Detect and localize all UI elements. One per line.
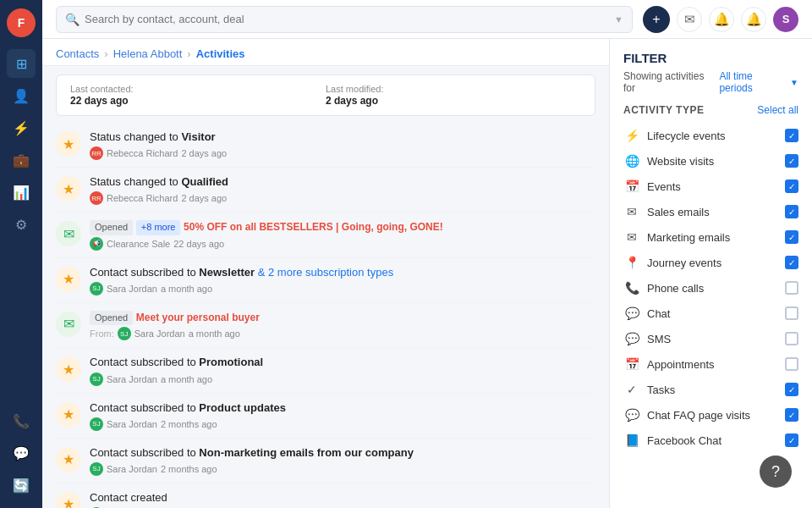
activity-item: ★Status changed to QualifiedRR Rebecca R… xyxy=(56,168,595,213)
topnav-icons: + ✉ 🔔 🔔 S xyxy=(643,6,798,33)
select-all-button[interactable]: Select all xyxy=(757,104,798,116)
filter-item-icon: 📅 xyxy=(623,178,640,195)
activity-badge: Opened xyxy=(90,311,133,325)
activity-body: Status changed to QualifiedRR Rebecca Ri… xyxy=(90,174,595,205)
activity-type-icon: ★ xyxy=(56,356,81,382)
filter-checkbox[interactable]: ✓ xyxy=(785,179,798,193)
filter-item[interactable]: ✉Marketing emails✓ xyxy=(623,224,798,250)
filter-item-icon: ✉ xyxy=(623,229,640,246)
user-avatar-icon: 📢 xyxy=(90,237,103,251)
activity-body: Status changed to VisitorRR Rebecca Rich… xyxy=(90,130,595,160)
filter-section-header: Activity type Select all xyxy=(623,104,798,116)
sidebar-icon-deals[interactable]: 💼 xyxy=(7,146,36,174)
filter-item[interactable]: 💬Chat FAQ page visits✓ xyxy=(623,402,798,428)
email-icon-btn[interactable]: ✉ xyxy=(677,7,702,32)
filter-period-link[interactable]: All time periods xyxy=(719,70,787,94)
filter-item[interactable]: ✓Tasks✓ xyxy=(623,377,798,402)
from-label: From: xyxy=(90,329,114,339)
search-box[interactable]: 🔍 ▼ xyxy=(56,6,633,33)
filter-period-chevron: ▼ xyxy=(790,78,798,87)
filter-item-icon: ✉ xyxy=(623,203,640,220)
add-button[interactable]: + xyxy=(643,6,670,33)
search-input[interactable] xyxy=(85,13,609,25)
notification-icon-btn[interactable]: 🔔 xyxy=(709,7,734,32)
filter-item-label: Facebook Chat xyxy=(647,434,778,447)
activity-body: Contact subscribed to Non-marketing emai… xyxy=(90,445,595,476)
filter-item[interactable]: 📅Events✓ xyxy=(623,174,798,199)
filter-item-label: Appointments xyxy=(647,358,778,371)
activity-subtitle: Clearance Sale xyxy=(107,239,170,249)
summary-card: Last contacted: 22 days ago Last modifie… xyxy=(56,75,595,116)
activities-panel: Contacts › Helena Abbott › Activities La… xyxy=(42,39,609,508)
last-modified-label: Last modified: xyxy=(326,84,581,94)
sidebar-icon-settings[interactable]: ⚙ xyxy=(7,210,36,239)
filter-item[interactable]: 📞Phone calls xyxy=(623,275,798,301)
subscription-link[interactable]: & 2 more subscription types xyxy=(258,266,393,279)
by-avatar: SJ xyxy=(90,417,103,431)
filter-checkbox[interactable]: ✓ xyxy=(785,408,798,422)
filter-item-label: Marketing emails xyxy=(647,231,778,244)
breadcrumb-person[interactable]: Helena Abbott xyxy=(113,47,183,60)
by-name: Sara Jordan xyxy=(107,284,157,294)
by-avatar: SJ xyxy=(90,373,103,386)
sidebar-icon-contacts[interactable]: 👤 xyxy=(7,81,36,110)
filter-checkbox[interactable] xyxy=(785,306,798,320)
activity-time: a month ago xyxy=(161,284,212,294)
topnav: 🔍 ▼ + ✉ 🔔 🔔 S xyxy=(42,0,812,39)
activity-type-icon: ★ xyxy=(56,447,81,472)
sidebar-icon-refresh[interactable]: 🔄 xyxy=(7,471,36,500)
activity-badge: Opened xyxy=(90,220,133,235)
email-subject: Meet your personal buyer xyxy=(136,312,260,323)
filter-item-label: Events xyxy=(647,180,778,193)
activity-item: ★Contact subscribed to Newsletter & 2 mo… xyxy=(56,258,595,303)
by-name: Sara Jordan xyxy=(107,464,157,474)
filter-item[interactable]: ⚡Lifecycle events✓ xyxy=(623,123,798,148)
breadcrumb-sep2: › xyxy=(187,47,190,60)
sidebar-icon-home[interactable]: ⊞ xyxy=(7,49,36,78)
help-button[interactable]: ? xyxy=(760,456,792,488)
filter-item-icon: 📍 xyxy=(623,254,640,271)
sidebar-icon-reports[interactable]: 📊 xyxy=(7,178,36,207)
filter-checkbox[interactable]: ✓ xyxy=(785,433,798,447)
filter-checkbox[interactable]: ✓ xyxy=(785,129,798,142)
filter-item[interactable]: 📅Appointments xyxy=(623,351,798,377)
sidebar-icon-activity[interactable]: ⚡ xyxy=(7,113,36,142)
bell-icon-btn[interactable]: 🔔 xyxy=(741,7,766,32)
filter-item[interactable]: 💬SMS xyxy=(623,326,798,351)
filter-item-label: Chat FAQ page visits xyxy=(647,409,778,422)
filter-item-icon: ⚡ xyxy=(623,127,640,144)
breadcrumb-current: Activities xyxy=(196,47,245,60)
sidebar-icon-phone[interactable]: 📞 xyxy=(7,406,36,435)
app-logo: F xyxy=(7,8,36,37)
filter-item[interactable]: 📘Facebook Chat✓ xyxy=(623,428,798,453)
user-avatar[interactable]: S xyxy=(773,7,798,32)
filter-item-icon: 💬 xyxy=(623,305,640,322)
by-name: Sara Jordan xyxy=(107,374,157,384)
filter-item-label: Lifecycle events xyxy=(647,130,778,142)
filter-checkbox[interactable] xyxy=(785,332,798,345)
filter-item[interactable]: 💬Chat xyxy=(623,301,798,326)
last-contacted-value: 22 days ago xyxy=(70,95,326,107)
activity-type-icon: ★ xyxy=(56,492,81,508)
filter-checkbox[interactable]: ✓ xyxy=(785,154,798,168)
sidebar-icon-chat[interactable]: 💬 xyxy=(7,439,36,467)
filter-checkbox[interactable] xyxy=(785,357,798,371)
activity-body: Contact subscribed to Product updatesSJ … xyxy=(90,400,595,431)
filter-item[interactable]: ✉Sales emails✓ xyxy=(623,199,798,224)
filter-checkbox[interactable]: ✓ xyxy=(785,205,798,218)
filter-checkbox[interactable]: ✓ xyxy=(785,383,798,396)
filter-item[interactable]: 📍Journey events✓ xyxy=(623,250,798,275)
filter-item[interactable]: 🌐Website visits✓ xyxy=(623,148,798,174)
content-area: Contacts › Helena Abbott › Activities La… xyxy=(42,39,812,508)
filter-checkbox[interactable]: ✓ xyxy=(785,230,798,244)
main-content: 🔍 ▼ + ✉ 🔔 🔔 S Contacts › Helena Abbott ›… xyxy=(42,0,812,508)
filter-item-label: Tasks xyxy=(647,384,778,396)
filter-checkbox[interactable] xyxy=(785,281,798,295)
filter-checkbox[interactable]: ✓ xyxy=(785,256,798,269)
breadcrumb-contacts[interactable]: Contacts xyxy=(56,47,99,60)
last-modified-value: 2 days ago xyxy=(326,95,581,107)
activity-time: 2 months ago xyxy=(161,419,217,429)
by-avatar: SJ xyxy=(90,282,103,295)
activity-type-icon: ★ xyxy=(56,402,81,428)
from-name: Sara Jordan xyxy=(134,329,185,339)
